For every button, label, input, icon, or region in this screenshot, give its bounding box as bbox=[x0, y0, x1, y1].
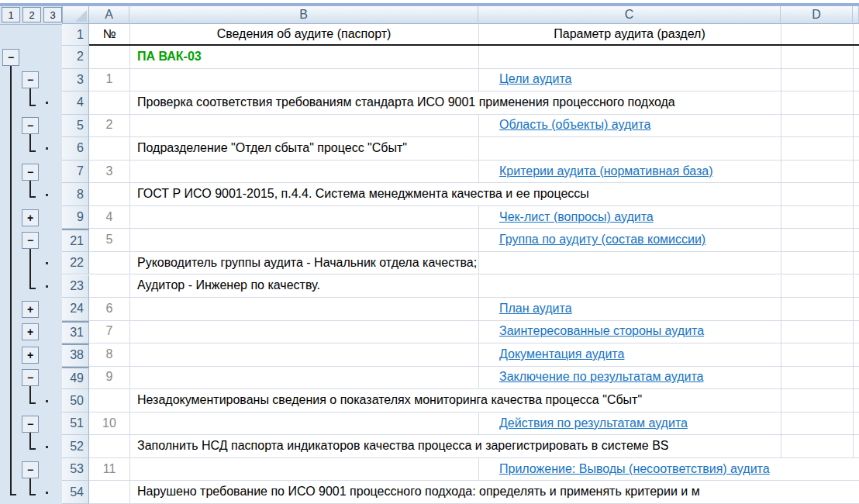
hyperlink-cell-c-53[interactable]: Приложение: Выводы (несоответствия) ауди… bbox=[499, 458, 770, 480]
cell-a-51[interactable]: 10 bbox=[89, 413, 129, 434]
cell-a-21[interactable]: 5 bbox=[89, 229, 129, 250]
cell-b-52[interactable]: Заполнить НСД паспорта индикаторов качес… bbox=[137, 435, 668, 457]
row-header-5[interactable]: 5 bbox=[62, 115, 89, 138]
column-header-C[interactable]: C bbox=[478, 6, 781, 24]
hyperlink-cell-c-49[interactable]: Заключение по результатам аудита bbox=[499, 367, 703, 388]
row-header-4[interactable]: 4 bbox=[62, 91, 89, 115]
sheet-row-53: 11Приложение: Выводы (несоответствия) ау… bbox=[89, 458, 859, 482]
sheet-row-8: ГОСТ Р ИСО 9001-2015, п.4.4. Система мен… bbox=[89, 183, 859, 206]
hyperlink-cell-c-5[interactable]: Область (объекты) аудита bbox=[499, 115, 650, 136]
outline-collapse-button-row-2[interactable]: − bbox=[2, 49, 19, 66]
cell-a-53[interactable]: 11 bbox=[89, 458, 129, 480]
cell-c-1[interactable]: Параметр аудита (раздел) bbox=[478, 24, 781, 43]
cell-a-7[interactable]: 3 bbox=[89, 161, 129, 182]
row-headers: 123456789212223243138495051525354 bbox=[62, 24, 89, 504]
cell-b-6[interactable]: Подразделение "Отдел сбыта" процесс "Сбы… bbox=[137, 137, 407, 159]
row-header-3[interactable]: 3 bbox=[62, 69, 89, 92]
gridline bbox=[129, 275, 130, 298]
outline-detail-dot-row-8 bbox=[46, 194, 48, 196]
gridline bbox=[478, 69, 479, 91]
cell-a-1[interactable]: № bbox=[89, 24, 129, 43]
row-header-38[interactable]: 38 bbox=[62, 343, 89, 367]
row-header-24[interactable]: 24 bbox=[62, 298, 89, 321]
row-header-8[interactable]: 8 bbox=[62, 183, 89, 206]
gridline bbox=[478, 458, 479, 481]
select-all-corner[interactable] bbox=[62, 6, 89, 24]
hyperlink-cell-c-24[interactable]: План аудита bbox=[499, 298, 572, 319]
gridline bbox=[129, 69, 130, 91]
gridline bbox=[781, 161, 781, 183]
outline-level-2-button[interactable]: 2 bbox=[22, 7, 41, 22]
hyperlink-cell-c-3[interactable]: Цели аудита bbox=[499, 69, 571, 91]
row-header-49[interactable]: 49 bbox=[62, 367, 89, 390]
select-all-triangle-icon bbox=[75, 10, 87, 22]
outline-collapse-button-row-3[interactable]: − bbox=[22, 71, 39, 88]
outline-collapse-button-row-21[interactable]: − bbox=[22, 232, 39, 249]
row-header-7[interactable]: 7 bbox=[62, 161, 89, 184]
cell-b-2[interactable]: ПА ВАК-03 bbox=[137, 46, 202, 67]
row-header-53[interactable]: 53 bbox=[62, 458, 89, 482]
sheet-row-49: 9Заключение по результатам аудита bbox=[89, 367, 859, 390]
outline-expand-button-row-31[interactable]: + bbox=[22, 323, 39, 340]
outline-group-end bbox=[29, 402, 36, 404]
row-header-50[interactable]: 50 bbox=[62, 389, 89, 413]
outline-detail-dot-row-23 bbox=[46, 285, 48, 288]
gridline bbox=[129, 321, 130, 343]
outline-level-3-button[interactable]: 3 bbox=[43, 7, 62, 22]
cell-a-5[interactable]: 2 bbox=[89, 115, 129, 136]
row-header-6[interactable]: 6 bbox=[62, 137, 89, 161]
outline-expand-button-row-9[interactable]: + bbox=[22, 209, 39, 226]
hyperlink-cell-c-38[interactable]: Документация аудита bbox=[499, 343, 624, 365]
column-header-D[interactable]: D bbox=[781, 6, 853, 24]
row-header-54[interactable]: 54 bbox=[62, 481, 89, 504]
gridline bbox=[781, 183, 781, 205]
hyperlink-cell-c-7[interactable]: Критерии аудита (нормативная база) bbox=[499, 161, 713, 182]
cell-b-50[interactable]: Незадокументированы сведения о показател… bbox=[137, 389, 642, 411]
row-header-1[interactable]: 1 bbox=[62, 24, 89, 46]
outline-collapse-button-row-53[interactable]: − bbox=[22, 461, 39, 478]
cell-b-4[interactable]: Проверка соответствия требованиям станда… bbox=[137, 91, 675, 113]
outline-gutter: −−−−+−+++−−− bbox=[0, 0, 62, 504]
outline-expand-button-row-38[interactable]: + bbox=[22, 347, 39, 364]
outline-collapse-button-row-51[interactable]: − bbox=[22, 416, 39, 433]
cell-a-3[interactable]: 1 bbox=[89, 69, 129, 91]
gridline bbox=[853, 298, 854, 320]
gridline bbox=[478, 206, 479, 229]
hyperlink-cell-c-31[interactable]: Заинтересованные стороны аудита bbox=[499, 321, 704, 343]
cell-a-24[interactable]: 6 bbox=[89, 298, 129, 319]
column-header-A[interactable]: A bbox=[89, 6, 129, 24]
outline-collapse-button-row-5[interactable]: − bbox=[22, 117, 39, 134]
hyperlink-cell-c-51[interactable]: Действия по результатам аудита bbox=[499, 413, 688, 434]
gridline bbox=[478, 229, 479, 251]
hyperlink-cell-c-9[interactable]: Чек-лист (вопросы) аудита bbox=[499, 206, 654, 228]
row-header-22[interactable]: 22 bbox=[62, 252, 89, 275]
row-header-31[interactable]: 31 bbox=[62, 321, 89, 344]
cell-b-23[interactable]: Аудитор - Инженер по качеству. bbox=[137, 275, 320, 297]
cell-a-38[interactable]: 8 bbox=[89, 343, 129, 365]
gridline bbox=[129, 343, 130, 366]
gridline bbox=[853, 252, 854, 274]
row-header-51[interactable]: 51 bbox=[62, 413, 89, 436]
row-header-21[interactable]: 21 bbox=[62, 229, 89, 252]
gridline bbox=[478, 252, 479, 274]
outline-collapse-button-row-7[interactable]: − bbox=[22, 164, 39, 181]
outline-collapse-button-row-49[interactable]: − bbox=[22, 369, 39, 386]
cell-a-49[interactable]: 9 bbox=[89, 367, 129, 388]
cell-a-31[interactable]: 7 bbox=[89, 321, 129, 343]
row-header-23[interactable]: 23 bbox=[62, 275, 89, 299]
cell-b-8[interactable]: ГОСТ Р ИСО 9001-2015, п.4.4. Система мен… bbox=[137, 183, 589, 205]
gridline bbox=[478, 137, 479, 160]
hyperlink-cell-c-21[interactable]: Группа по аудиту (состав комиссии) bbox=[499, 229, 705, 250]
outline-expand-button-row-24[interactable]: + bbox=[22, 301, 39, 318]
cell-a-9[interactable]: 4 bbox=[89, 206, 129, 228]
cell-b-54[interactable]: Нарушено требование по ИСО 9001 процессн… bbox=[137, 481, 700, 502]
cell-b-1[interactable]: Сведения об аудите (паспорт) bbox=[129, 24, 478, 43]
cell-b-22[interactable]: Руководитель группы аудита - Начальник о… bbox=[137, 252, 477, 274]
row-header-9[interactable]: 9 bbox=[62, 206, 89, 230]
outline-level-1-button[interactable]: 1 bbox=[2, 7, 20, 22]
column-header-edge[interactable] bbox=[853, 6, 859, 24]
gridline bbox=[478, 298, 479, 320]
column-header-B[interactable]: B bbox=[129, 6, 478, 24]
row-header-52[interactable]: 52 bbox=[62, 435, 89, 458]
row-header-2[interactable]: 2 bbox=[62, 46, 89, 69]
